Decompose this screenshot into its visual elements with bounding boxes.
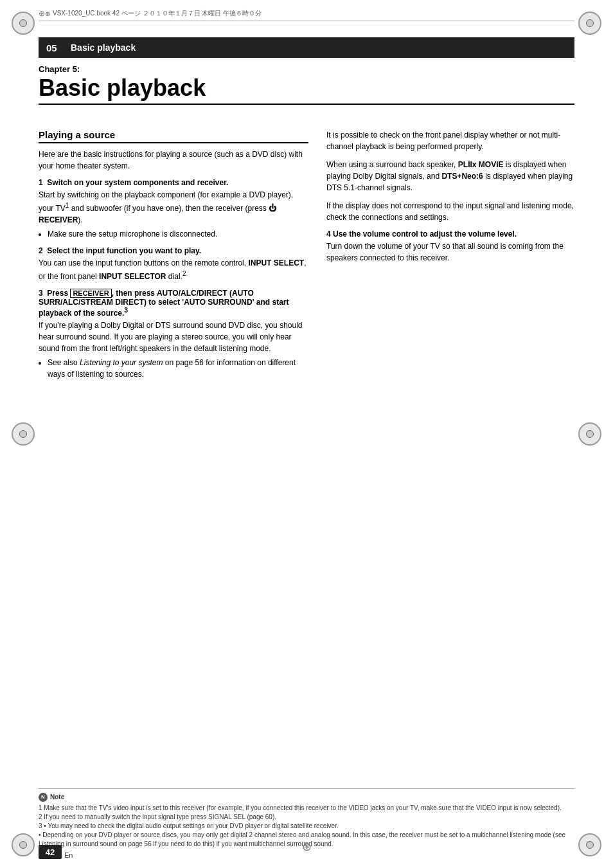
meta-bar: ⊕ VSX-1020_UC.book 42 ページ ２０１０年１月７日 木曜日 …	[39, 9, 574, 21]
step-3-body: If you're playing a Dolby Digital or DTS…	[39, 320, 308, 380]
step-1: 1 Switch on your system components and r…	[39, 178, 308, 240]
page-lang: En	[64, 851, 73, 859]
note-header: N Note	[39, 793, 574, 802]
two-column-layout: Playing a source Here are the basic inst…	[39, 129, 574, 386]
meta-text: VSX-1020_UC.book 42 ページ ２０１０年１月７日 木曜日 午後…	[53, 9, 262, 18]
corner-decoration-mr	[578, 422, 601, 446]
corner-decoration-tr	[578, 12, 601, 35]
crosshair-icon: ⊕	[39, 9, 48, 18]
corner-decoration-br	[578, 833, 601, 856]
step-3-bullets: See also Listening to your system on pag…	[48, 357, 308, 380]
step-4: 4 Use the volume control to adjust the v…	[326, 230, 574, 264]
corner-decoration-ml	[12, 422, 35, 446]
note-line-3: 3 • You may need to check the digital au…	[39, 822, 574, 831]
step-4-title: 4 Use the volume control to adjust the v…	[326, 230, 574, 239]
step-3-title: 3 Press RECEIVER, then press AUTO/ALC/DI…	[39, 289, 308, 318]
right-para-1: It is possible to check on the front pan…	[326, 129, 574, 152]
note-line-2: 2 If you need to manually switch the inp…	[39, 813, 574, 822]
corner-decoration-bl	[12, 833, 35, 856]
main-content: Chapter 5: Basic playback Playing a sour…	[39, 64, 574, 829]
chapter-heading: Chapter 5: Basic playback	[39, 64, 574, 105]
chapter-header-title: Basic playback	[71, 42, 136, 53]
page-number: 42	[39, 845, 62, 859]
step-2-title: 2 Select the input function you want to …	[39, 246, 308, 255]
right-column: It is possible to check on the front pan…	[326, 129, 574, 386]
step-1-body: Start by switching on the playback compo…	[39, 189, 308, 240]
receiver-key: RECEIVER	[70, 289, 111, 298]
bottom-center-crosshair: ⊕	[302, 840, 312, 854]
corner-decoration-tl	[12, 12, 35, 35]
note-icon: N	[39, 793, 48, 802]
section-heading: Playing a source	[39, 129, 308, 143]
right-para-2: When using a surround back speaker, PLII…	[326, 159, 574, 194]
right-para-3: If the display does not correspond to th…	[326, 200, 574, 223]
step-3: 3 Press RECEIVER, then press AUTO/ALC/DI…	[39, 289, 308, 380]
chapter-big-title: Basic playback	[39, 75, 574, 101]
chapter-number: 05	[46, 42, 64, 53]
step-2-body: You can use the input function buttons o…	[39, 257, 308, 282]
step-1-bullets: Make sure the setup microphone is discon…	[48, 228, 308, 240]
left-column: Playing a source Here are the basic inst…	[39, 129, 308, 386]
step-4-body: Turn down the volume of your TV so that …	[326, 240, 574, 264]
chapter-label: Chapter 5:	[39, 64, 574, 74]
note-line-1: 1 Make sure that the TV's video input is…	[39, 804, 574, 813]
section-intro: Here are the basic instructions for play…	[39, 149, 308, 172]
step-1-title: 1 Switch on your system components and r…	[39, 178, 308, 187]
step-3-bullet: See also Listening to your system on pag…	[48, 357, 308, 380]
step-2: 2 Select the input function you want to …	[39, 246, 308, 282]
chapter-header-bar: 05 Basic playback	[39, 37, 574, 58]
